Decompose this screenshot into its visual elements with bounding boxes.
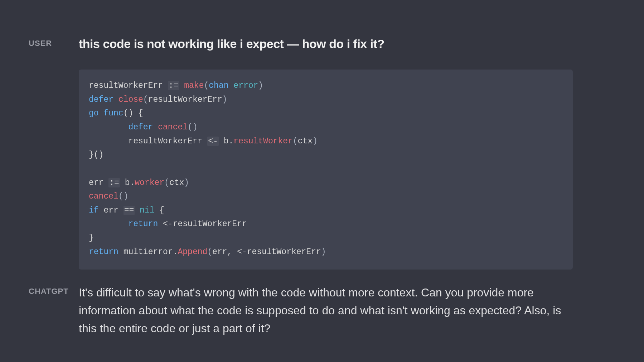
code-line-8: err := b.worker(ctx) xyxy=(89,178,189,187)
code-line-10: if err == nil { xyxy=(89,206,164,215)
code-line-12: } xyxy=(89,233,94,243)
code-line-1: resultWorkerErr := make(chan error) xyxy=(89,81,263,90)
code-line-4: defer cancel() xyxy=(89,123,198,132)
user-role-label: USER xyxy=(14,36,79,48)
code-line-3: go func() { xyxy=(89,109,143,118)
code-line-13: return multierror.Append(err, <-resultWo… xyxy=(89,247,326,257)
chat-container: USER this code is not working like i exp… xyxy=(0,0,644,337)
code-line-2: defer close(resultWorkerErr) xyxy=(89,95,227,104)
assistant-content: It's difficult to say what's wrong with … xyxy=(79,284,594,337)
assistant-row: CHATGPT It's difficult to say what's wro… xyxy=(14,284,630,337)
assistant-reply: It's difficult to say what's wrong with … xyxy=(79,284,573,337)
code-line-5: resultWorkerErr <- b.resultWorker(ctx) xyxy=(89,137,318,146)
code-line-11: return <-resultWorkerErr xyxy=(89,219,247,229)
user-row: USER this code is not working like i exp… xyxy=(14,36,630,270)
code-line-6: }() xyxy=(89,150,103,159)
assistant-role-label: CHATGPT xyxy=(14,284,79,296)
user-content: this code is not working like i expect —… xyxy=(79,36,594,270)
user-question: this code is not working like i expect —… xyxy=(79,36,573,52)
code-block[interactable]: resultWorkerErr := make(chan error) defe… xyxy=(79,70,573,270)
code-line-9: cancel() xyxy=(89,192,128,201)
